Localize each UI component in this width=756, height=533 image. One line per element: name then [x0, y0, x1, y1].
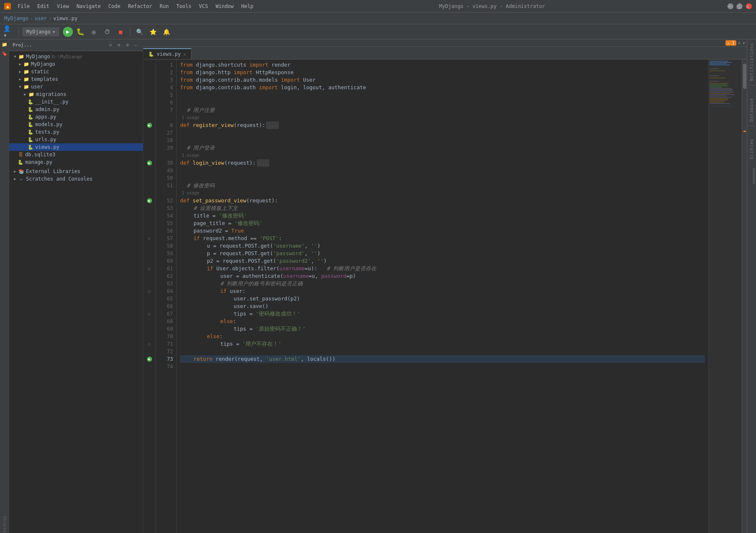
tree-apps[interactable]: 🐍 apps.py: [9, 113, 143, 121]
tree-migrations[interactable]: ▶ 📁 migrations: [9, 91, 143, 98]
scratches-label: Scratches and Consoles: [26, 176, 93, 182]
ln-56: 56: [156, 227, 173, 235]
tree-models[interactable]: 🐍 models.py: [9, 121, 143, 128]
tree-urls[interactable]: 🐍 urls.py: [9, 136, 143, 143]
window-title: MyDjango - views.py - Administrator: [439, 3, 545, 9]
gutter-27: [143, 129, 155, 137]
run-icon-52[interactable]: ▶: [147, 198, 152, 203]
notifications-button[interactable]: 🔔: [160, 26, 172, 38]
database-tab[interactable]: Database: [748, 95, 756, 125]
panel-minimize-btn[interactable]: —: [132, 41, 139, 49]
coverage-button[interactable]: ◎: [88, 26, 100, 38]
tab-views[interactable]: 🐍 views.py ✕: [143, 48, 191, 59]
breadcrumb-project[interactable]: MyDjango: [4, 16, 28, 21]
stop-button[interactable]: ■: [115, 26, 126, 38]
right-sep2: [748, 126, 756, 126]
ln-53: 53: [156, 204, 173, 212]
tree-mydjango[interactable]: ▶ 📁 MyDjango: [9, 60, 143, 68]
code-line-73: return render(request, 'user.html', loca…: [180, 355, 705, 363]
gutter-67: ⊟: [143, 310, 155, 318]
warning-nav-down[interactable]: ∨: [742, 40, 745, 46]
bookmark-icon[interactable]: 🔖: [1, 50, 8, 57]
code-content[interactable]: from django.shortcuts import render from…: [177, 60, 708, 533]
tab-close-btn[interactable]: ✕: [183, 52, 186, 57]
user-label: user: [31, 84, 43, 90]
search-button[interactable]: 🔍: [134, 26, 145, 38]
panel-collapse-btn[interactable]: ≡: [115, 41, 123, 49]
tree-root[interactable]: ▼ 📁 MyDjango D:\MyDjango: [9, 53, 143, 60]
tree-static[interactable]: ▶ 📁 static: [9, 68, 143, 75]
tree-views[interactable]: 🐍 views.py: [9, 143, 143, 151]
menu-refactor[interactable]: Refactor: [124, 2, 155, 11]
menu-navigate[interactable]: Navigate: [73, 2, 104, 11]
gutter-52[interactable]: ▶: [143, 197, 155, 204]
ln-69: 69: [156, 325, 173, 333]
menu-run[interactable]: Run: [156, 2, 172, 11]
menu-help[interactable]: Help: [238, 2, 257, 11]
menu-edit[interactable]: Edit: [34, 2, 53, 11]
run-icon-73[interactable]: ▶: [147, 357, 152, 362]
code-line-66: user.save(): [180, 303, 705, 310]
warning-bar: ⚠ 1 ∧ ∨: [143, 39, 747, 47]
profile-run-btn[interactable]: ⏱: [101, 26, 113, 38]
menu-tools[interactable]: Tools: [173, 2, 195, 11]
tree-tests[interactable]: 🐍 tests.py: [9, 128, 143, 136]
editor-tabs: 🐍 views.py ✕: [143, 47, 747, 60]
code-line-8: def register_view(request):...: [180, 122, 705, 129]
fold-67[interactable]: ⊟: [148, 312, 150, 316]
sciview-tab[interactable]: SciView: [748, 135, 756, 163]
menu-file[interactable]: File: [14, 2, 33, 11]
tree-manage[interactable]: 🐍 manage.py: [9, 158, 143, 166]
warning-nav-up[interactable]: ∧: [738, 40, 741, 46]
ln-51: 51: [156, 182, 173, 189]
run-icon-8[interactable]: ▶: [147, 123, 152, 128]
maximize-button[interactable]: □: [737, 3, 743, 9]
run-button[interactable]: ▶: [63, 27, 73, 37]
toolbar-profile-btn[interactable]: 👤 ▾: [3, 26, 15, 38]
menu-code[interactable]: Code: [105, 2, 124, 11]
tree-admin[interactable]: 🐍 admin.py: [9, 106, 143, 113]
fold-64[interactable]: ⊟: [148, 289, 150, 294]
gutter-8[interactable]: ▶: [143, 122, 155, 129]
minimize-button[interactable]: ─: [728, 3, 733, 9]
project-view-icon[interactable]: 📁: [1, 41, 8, 48]
notifications-tab[interactable]: Notifications: [748, 39, 756, 84]
gutter-73[interactable]: ▶: [143, 355, 155, 363]
ln-70: 70: [156, 333, 173, 340]
scrollbar-thumb[interactable]: [743, 64, 746, 89]
tree-scratches[interactable]: ▶ ✏ Scratches and Consoles: [9, 175, 143, 183]
gutter-30[interactable]: ▶: [143, 159, 155, 167]
breadcrumb-file[interactable]: views.py: [53, 16, 77, 21]
settings-button[interactable]: ⭐: [147, 26, 159, 38]
fold-57[interactable]: ⊟: [148, 236, 150, 241]
code-line-61: if User.objects.filter(username=u): # 判断…: [180, 265, 705, 272]
breadcrumb-bar: MyDjango › user › views.py: [0, 13, 756, 24]
toolbar-project-selector[interactable]: MyDjango ▾: [22, 27, 59, 36]
tree-init[interactable]: 🐍 __init__.py: [9, 98, 143, 106]
tree-user[interactable]: ▼ 📁 user: [9, 83, 143, 91]
fold-61[interactable]: ⊟: [148, 266, 150, 271]
debug-button[interactable]: 🐛: [75, 26, 86, 38]
panel-settings-btn[interactable]: ⚙: [124, 41, 131, 49]
tree-templates[interactable]: ▶ 📁 templates: [9, 75, 143, 83]
code-line-67: tips = '密码修改成功！': [180, 310, 705, 318]
apps-icon: 🐍: [28, 114, 34, 120]
dropdown-icon: ▾: [52, 29, 55, 35]
gutter-30-usage: [143, 152, 155, 159]
ln-usage1: ·: [156, 114, 173, 122]
tree-db[interactable]: 🗄 db.sqlite3: [9, 151, 143, 158]
code-line-59: p = request.POST.get('password', ''): [180, 250, 705, 257]
structure-bottom-icon[interactable]: Structure: [1, 523, 8, 530]
menu-view[interactable]: View: [54, 2, 72, 11]
breadcrumb-user[interactable]: user: [35, 16, 47, 21]
menu-vcs[interactable]: VCS: [196, 2, 212, 11]
fold-71[interactable]: ⊟: [148, 342, 150, 347]
run-icon-30[interactable]: ▶: [147, 160, 152, 166]
tree-external[interactable]: ▶ 📚 External Libraries: [9, 168, 143, 175]
menu-window[interactable]: Window: [212, 2, 237, 11]
panel-locate-btn[interactable]: ⊙: [107, 41, 114, 49]
ln-62: 62: [156, 272, 173, 280]
migrations-icon: 📁: [28, 91, 34, 97]
tests-icon: 🐍: [28, 129, 34, 135]
close-button[interactable]: ✕: [746, 3, 752, 9]
